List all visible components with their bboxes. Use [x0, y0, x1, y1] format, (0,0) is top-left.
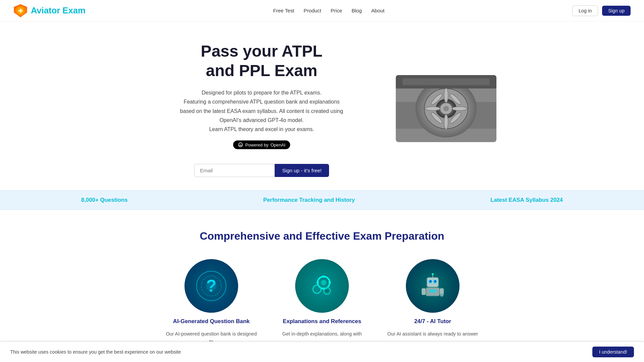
robot-icon — [418, 271, 448, 301]
logo-text: Aviator Exam — [31, 6, 86, 15]
openai-icon: AI — [238, 142, 243, 147]
powered-label: Powered by — [245, 142, 268, 147]
signup-nav-button[interactable]: Sign up — [602, 6, 631, 16]
feature-icon-robot — [406, 259, 460, 313]
login-button[interactable]: Log in — [572, 5, 598, 16]
features-title: Comprehensive and Effective Exam Prepara… — [151, 230, 493, 242]
cookie-banner: This website uses cookies to ensure you … — [0, 342, 644, 359]
nav-actions: Log in Sign up — [572, 5, 631, 16]
svg-rect-34 — [329, 282, 331, 284]
feature-desc-3: Our AI assistant is always ready to answ… — [387, 330, 478, 338]
svg-point-46 — [440, 293, 443, 297]
svg-point-41 — [432, 273, 434, 275]
svg-point-26 — [321, 280, 326, 285]
hero-title: Pass your ATPL and PPL Exam — [148, 42, 376, 80]
cookie-text: This website uses cookies to ensure you … — [10, 349, 181, 355]
hero-form: Sign up - it's free! — [148, 164, 376, 177]
svg-rect-31 — [323, 276, 325, 278]
cookie-accept-button[interactable]: I understand! — [592, 347, 634, 357]
hero-right — [396, 75, 496, 143]
svg-text:AI: AI — [239, 144, 242, 147]
svg-point-12 — [452, 107, 467, 111]
svg-text:✈: ✈ — [18, 8, 23, 14]
stats-bar: 8,000+ Questions Performance Tracking an… — [0, 190, 644, 210]
feature-card-question-bank: ? AI-Generated Question Bank Our AI-powe… — [164, 259, 258, 346]
navbar: ✈ Aviator Exam Free Test Product Price B… — [0, 0, 644, 21]
svg-rect-44 — [422, 288, 426, 295]
svg-rect-20 — [402, 78, 490, 85]
svg-point-38 — [430, 281, 431, 282]
hero-engine-image — [396, 75, 496, 142]
nav-link-price[interactable]: Price — [331, 8, 342, 13]
feature-icon-gears — [295, 259, 349, 313]
svg-rect-35 — [427, 278, 438, 287]
hero-section: Pass your ATPL and PPL Exam Designed for… — [121, 21, 523, 190]
question-mark-icon: ? — [196, 271, 226, 301]
openai-label: OpenAI — [270, 142, 285, 147]
svg-point-18 — [443, 106, 449, 111]
features-grid: ? AI-Generated Question Bank Our AI-powe… — [151, 259, 493, 346]
powered-badge: AI Powered by OpenAI — [233, 140, 290, 149]
svg-rect-33 — [317, 282, 319, 284]
hero-left: Pass your ATPL and PPL Exam Designed for… — [148, 42, 376, 177]
nav-link-product[interactable]: Product — [304, 8, 321, 13]
feature-desc-2: Get in-depth explanations, along with — [282, 330, 362, 338]
feature-title-3: 24/7 - AI Tutor — [414, 318, 451, 325]
feature-card-explanations: Explanations and References Get in-depth… — [275, 259, 369, 346]
svg-point-24 — [206, 281, 216, 291]
features-section: Comprehensive and Effective Exam Prepara… — [138, 230, 506, 346]
svg-rect-43 — [430, 290, 435, 292]
svg-point-28 — [315, 288, 319, 291]
nav-link-about[interactable]: About — [371, 8, 385, 13]
svg-rect-32 — [323, 288, 325, 290]
svg-point-10 — [444, 115, 448, 129]
logo-icon: ✈ — [13, 4, 28, 18]
feature-title-2: Explanations and References — [283, 318, 361, 325]
nav-link-free-test[interactable]: Free Test — [273, 8, 294, 13]
hero-description: Designed for pilots to prepare for the A… — [148, 88, 376, 134]
stat-questions: 8,000+ Questions — [81, 197, 128, 203]
feature-card-tutor: 24/7 - AI Tutor Our AI assistant is alwa… — [386, 259, 480, 346]
stat-tracking: Performance Tracking and History — [263, 197, 355, 203]
feature-icon-question: ? — [184, 259, 238, 313]
nav-links: Free Test Product Price Blog About — [273, 8, 384, 13]
logo-link[interactable]: ✈ Aviator Exam — [13, 4, 86, 18]
stat-syllabus: Latest EASA Syllabus 2024 — [490, 197, 563, 203]
email-input[interactable] — [194, 164, 275, 177]
svg-point-39 — [435, 281, 436, 282]
svg-point-30 — [326, 290, 328, 292]
gears-icon — [307, 271, 337, 301]
svg-point-9 — [444, 88, 448, 103]
signup-hero-button[interactable]: Sign up - it's free! — [275, 164, 329, 177]
feature-title-1: AI-Generated Question Bank — [173, 318, 250, 325]
nav-link-blog[interactable]: Blog — [352, 8, 362, 13]
svg-point-11 — [425, 107, 440, 111]
